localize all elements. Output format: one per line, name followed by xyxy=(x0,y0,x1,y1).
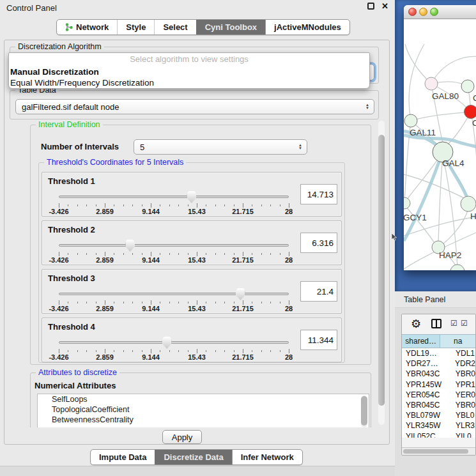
threshold-value-field[interactable]: 11.344 xyxy=(300,330,337,350)
tick-mark xyxy=(280,253,280,255)
settings-scrollbar[interactable] xyxy=(378,121,385,425)
attribute-item[interactable]: SelfLoops xyxy=(38,394,369,404)
table-cell: YIL0 xyxy=(451,432,472,438)
column-header-shared-name[interactable]: shared… xyxy=(402,335,440,348)
tick-mark xyxy=(151,300,151,305)
slider-track[interactable] xyxy=(59,196,289,198)
table-row[interactable]: YPR145WYPR1 xyxy=(402,380,475,390)
table-row[interactable]: YBL079WYBL0 xyxy=(402,410,475,420)
slider-handle[interactable] xyxy=(162,337,172,349)
slider-handle[interactable] xyxy=(125,240,135,252)
dropdown-prompt-item[interactable]: Select algorithm to view settings xyxy=(9,54,369,66)
tick-mark xyxy=(261,253,262,255)
tick-mark xyxy=(151,349,151,353)
attributes-scrollbar[interactable] xyxy=(361,395,367,427)
table-row[interactable]: YLR345WYLR3 xyxy=(402,420,475,431)
network-window-titlebar[interactable] xyxy=(404,5,476,19)
gear-icon[interactable]: ⚙ xyxy=(411,317,421,331)
table-row[interactable]: YIL052CYIL0 xyxy=(402,431,475,438)
slider-track[interactable] xyxy=(59,244,289,247)
tick-mark xyxy=(105,252,105,256)
table-row[interactable]: YDL19…YDL1 xyxy=(402,348,475,358)
tick-mark xyxy=(77,204,78,206)
tick-mark xyxy=(197,349,197,353)
number-of-intervals-combobox[interactable]: 5 ▲▼ xyxy=(134,139,307,155)
dropdown-item-equal-width[interactable]: Equal Width/Frequency Discretization xyxy=(9,77,369,88)
tab-impute-data[interactable]: Impute Data xyxy=(91,450,155,464)
tick-mark xyxy=(86,204,87,206)
threshold-value-field[interactable]: 6.316 xyxy=(300,233,337,253)
dropdown-item-manual-discretization[interactable]: Manual Discretization xyxy=(9,66,369,77)
attributes-list[interactable]: SelfLoopsTopologicalCoefficientBetweenne… xyxy=(37,394,369,427)
tick-mark xyxy=(280,204,280,206)
node-green[interactable] xyxy=(461,80,474,93)
node-label: GAL80 xyxy=(432,91,459,101)
tick-mark xyxy=(224,350,225,352)
tab-style[interactable]: Style xyxy=(117,20,154,35)
slider-track[interactable] xyxy=(59,341,289,344)
scale-label: 9.144 xyxy=(142,208,160,215)
tick-mark xyxy=(114,204,114,206)
tick-mark xyxy=(96,302,96,303)
table-row[interactable]: YBR045CYBR0 xyxy=(402,400,475,410)
tick-mark xyxy=(77,302,78,303)
slider-scale: -3.4262.8599.14415.4321.71528 xyxy=(59,256,289,264)
attribute-item[interactable]: BetweennessCentrality xyxy=(38,415,369,425)
table-cell: YPR145W xyxy=(402,380,451,389)
checkbox-icon[interactable]: ☑ xyxy=(450,319,457,328)
thresholds-group-title: Threshold's Coordinates for 5 Intervals xyxy=(44,158,186,167)
node-gal11[interactable] xyxy=(404,114,417,127)
network-canvas[interactable]: GAL80 G C GAL11 GAL4 GCY1 H HAP2 xyxy=(404,20,476,270)
tick-mark xyxy=(270,204,271,206)
table-hscrollbar-thumb[interactable] xyxy=(403,449,468,454)
table-hscrollbar[interactable] xyxy=(402,447,475,455)
tick-mark xyxy=(142,302,142,303)
node-h[interactable] xyxy=(461,196,476,211)
tick-mark xyxy=(96,253,96,255)
node-gcy1[interactable] xyxy=(404,197,410,209)
close-icon[interactable]: ✕ xyxy=(381,3,388,10)
table-data-combobox[interactable]: galFiltered.sif default node ▲▼ xyxy=(15,99,374,114)
bottom-tab-bar: Impute Data Discretize Data Infer Networ… xyxy=(90,449,303,465)
threshold-value-field[interactable]: 14.713 xyxy=(300,184,337,204)
threshold-value-field[interactable]: 21.4 xyxy=(300,281,337,302)
node-pink[interactable] xyxy=(425,77,438,90)
column-layout-icon[interactable] xyxy=(431,319,441,328)
network-view-desktop: GAL80 G C GAL11 GAL4 GCY1 H HAP2 xyxy=(395,0,476,291)
tab-cyni-toolbox[interactable]: Cyni Toolbox xyxy=(196,20,265,35)
tab-network[interactable]: Network xyxy=(57,20,117,35)
tick-mark xyxy=(289,349,289,353)
float-window-icon[interactable] xyxy=(367,3,374,10)
settings-scrollbar-thumb[interactable] xyxy=(378,135,385,406)
scale-label: 28 xyxy=(285,256,293,264)
table-row[interactable]: YER054CYER0 xyxy=(402,390,475,400)
slider-handle[interactable] xyxy=(187,191,196,203)
minimize-traffic-light-icon[interactable] xyxy=(419,8,427,16)
attribute-item[interactable]: TopologicalCoefficient xyxy=(38,404,369,415)
node-red[interactable] xyxy=(464,105,476,119)
tab-jactivemnodules[interactable]: jActiveMNodules xyxy=(265,20,349,35)
slider-scale: -3.4262.8599.14415.4321.71528 xyxy=(59,305,289,312)
close-traffic-light-icon[interactable] xyxy=(408,8,417,16)
apply-button[interactable]: Apply xyxy=(162,430,202,444)
node-partial[interactable] xyxy=(450,265,464,270)
zoom-traffic-light-icon[interactable] xyxy=(430,8,438,16)
tab-infer-network[interactable]: Infer Network xyxy=(232,450,302,464)
tab-discretize-data[interactable]: Discretize Data xyxy=(155,450,231,464)
table-row[interactable]: YDR27…YDR2 xyxy=(402,358,475,369)
attributes-group: Attributes to discretize Numerical Attri… xyxy=(30,372,371,427)
tick-mark xyxy=(132,204,133,206)
slider-track[interactable] xyxy=(59,293,289,295)
table-toolbar: ⚙ ☑ ☑ xyxy=(402,314,475,334)
tab-select[interactable]: Select xyxy=(154,20,196,35)
table-cell: YDL1 xyxy=(451,349,475,358)
tick-mark xyxy=(169,350,170,352)
slider-handle[interactable] xyxy=(236,288,245,300)
tick-mark xyxy=(215,253,216,255)
table-cell: YLR345W xyxy=(402,421,451,430)
tick-mark xyxy=(178,204,179,206)
column-header-name[interactable]: na xyxy=(440,335,475,348)
table-row[interactable]: YBR043CYBR0 xyxy=(402,369,475,379)
checkbox-icon[interactable]: ☑ xyxy=(461,319,468,328)
tick-mark xyxy=(243,349,243,353)
